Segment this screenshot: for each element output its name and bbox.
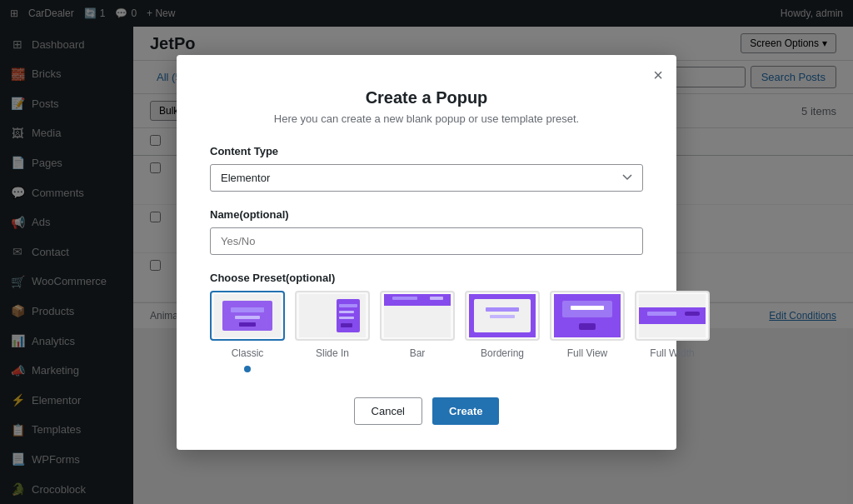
name-label: Name(optional)	[210, 208, 643, 221]
svg-rect-7	[339, 304, 357, 307]
preset-slidein-thumb	[295, 291, 370, 341]
svg-rect-2	[231, 307, 264, 312]
svg-rect-10	[341, 323, 352, 327]
modal-subtitle: Here you can create a new blank popup or…	[210, 112, 643, 125]
preset-full-view[interactable]: Full View	[550, 291, 625, 372]
modal-title: Create a Popup	[210, 88, 643, 107]
content-type-group: Content Type Elementor	[210, 145, 643, 192]
preset-group: Choose Preset(optional) Classic	[210, 272, 643, 372]
preset-bordering-label: Bordering	[481, 347, 524, 359]
preset-classic-label: Classic	[232, 347, 264, 359]
preset-bordering[interactable]: Bordering	[465, 291, 540, 372]
preset-fullview-thumb	[550, 291, 625, 341]
svg-rect-21	[571, 306, 604, 310]
svg-rect-18	[490, 315, 515, 318]
preset-slide-in[interactable]: Slide In	[295, 291, 370, 372]
svg-rect-3	[235, 316, 260, 319]
preset-full-width[interactable]: Full Width	[635, 291, 710, 372]
preset-classic-thumb	[210, 291, 285, 341]
preset-bar-label: Bar	[410, 347, 426, 359]
svg-rect-9	[339, 317, 354, 319]
create-button[interactable]: Create	[432, 397, 499, 425]
svg-rect-17	[486, 307, 519, 312]
svg-rect-8	[339, 311, 354, 313]
svg-rect-13	[392, 297, 417, 300]
preset-label: Choose Preset(optional)	[210, 272, 643, 284]
svg-rect-4	[239, 322, 256, 327]
preset-fullwidth-thumb	[635, 291, 710, 341]
preset-slidein-label: Slide In	[316, 347, 349, 359]
preset-bordering-thumb	[465, 291, 540, 341]
modal-actions: Cancel Create	[210, 397, 643, 425]
preset-selected-indicator	[244, 366, 251, 372]
preset-classic[interactable]: Classic	[210, 291, 285, 372]
create-popup-modal: × Create a Popup Here you can create a n…	[177, 55, 676, 450]
modal-overlay: × Create a Popup Here you can create a n…	[0, 0, 853, 504]
preset-fullwidth-label: Full Width	[650, 347, 694, 359]
svg-rect-25	[647, 312, 676, 316]
preset-fullview-label: Full View	[567, 347, 607, 359]
content-type-select[interactable]: Elementor	[210, 164, 643, 192]
modal-close-button[interactable]: ×	[653, 67, 663, 83]
svg-rect-26	[685, 312, 700, 316]
content-type-label: Content Type	[210, 145, 643, 157]
name-group: Name(optional)	[210, 208, 643, 255]
preset-bar-thumb	[380, 291, 455, 341]
cancel-button[interactable]: Cancel	[354, 397, 422, 425]
svg-rect-22	[579, 323, 596, 330]
preset-bar[interactable]: Bar	[380, 291, 455, 372]
presets-grid: Classic Slide	[210, 291, 643, 372]
svg-rect-14	[430, 297, 443, 300]
name-input[interactable]	[210, 227, 643, 255]
